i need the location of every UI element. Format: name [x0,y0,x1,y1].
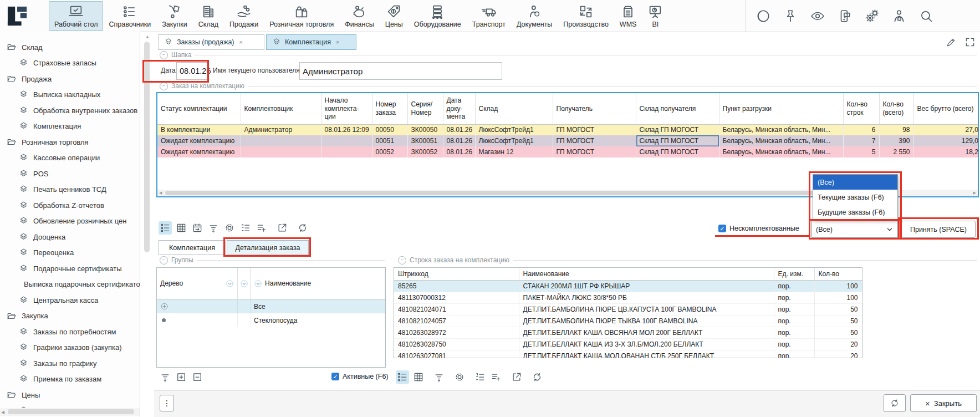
tab-close-icon[interactable]: × [336,39,339,45]
cell[interactable]: 390 [879,135,913,146]
sidebar-item[interactable]: Выписка накладных [0,87,140,103]
sidebar-item[interactable]: Переоценка [0,245,140,261]
column-header[interactable]: Склад получателя [636,93,719,124]
cell[interactable]: 100 [814,281,862,292]
column-header[interactable]: Кол-во (всего) [879,93,913,124]
settings-icon[interactable] [865,9,879,23]
cell[interactable]: 00052 [372,146,407,157]
orders-filter-select[interactable]: (Все) [811,221,898,238]
expand-plus-icon[interactable] [160,302,169,311]
cell[interactable]: 100 [814,292,862,304]
cell[interactable]: ПАКЕТ-МАЙКА ЛЮКС 30/8*50 РБ [519,292,774,304]
calendar-icon[interactable] [191,221,204,235]
filter-chevron-icon[interactable] [226,279,234,288]
cell[interactable]: 08.01.26 [443,124,475,135]
menu-item-documents[interactable]: Документы [511,1,558,31]
cell[interactable]: ГП МОГОСТ [553,124,636,135]
menu-item-prices[interactable]: Цены [380,1,409,31]
scroll-left-arrow[interactable]: ◀ [159,191,162,195]
content-vertical-scrollbar[interactable]: ▲ [143,34,151,389]
menu-item-finance[interactable]: Финансы [339,1,379,31]
cell[interactable]: ЛюксСофтТрейд1 [475,124,553,135]
cell[interactable]: 4810821024071 [394,304,519,316]
menu-item-production[interactable]: Производство [558,1,614,31]
cell[interactable]: ЗК00051 [407,135,443,146]
scrollbar-thumb[interactable] [165,191,880,195]
numbered-list-icon[interactable] [473,370,487,384]
more-menu-button[interactable]: ⋮ [160,395,174,411]
cell[interactable]: ГП МОГОСТ [553,135,636,146]
sidebar-item[interactable]: Приемка по заказам [0,372,140,388]
collapse-icon[interactable] [160,82,168,90]
cell[interactable]: 50 [814,316,862,327]
tab-picking[interactable]: Комплектация × [266,34,356,50]
dropdown-option[interactable]: Будущие заказы (F6) [813,205,897,220]
list-view-icon[interactable] [159,221,172,235]
sidebar-item[interactable]: Кассовые операции [0,150,140,166]
tab-close-icon[interactable]: × [239,39,243,45]
date-input[interactable]: 08.01.26 [176,62,207,80]
sidebar-folder[interactable]: Закупка [0,308,140,324]
dropdown-option[interactable]: (Все) [813,175,897,190]
sidebar-item[interactable]: Страховые запасы [0,55,140,72]
current-user-input[interactable]: Администратор [299,62,502,80]
sidebar-item[interactable]: Печать ценников ТСД [0,182,140,198]
cell[interactable]: ЛюксСофтТрейд1 [475,135,553,146]
sidebar-folder[interactable]: Цены [0,387,140,403]
eye-icon[interactable] [810,9,825,23]
scroll-left-arrow[interactable]: ◀ [1,410,4,415]
order-row[interactable]: В комплектацииАдминистратор08.01.26 12:0… [157,124,979,135]
pin-icon[interactable] [783,9,798,23]
settings-icon[interactable] [223,221,236,235]
sidebar-item[interactable]: Заказы по графику [0,355,140,372]
tab-orders-sales[interactable]: Заказы (продажа) × [158,34,264,50]
cell[interactable]: 50 [814,304,862,316]
collapse-icon[interactable] [160,51,168,59]
cell[interactable]: пор. [774,327,814,339]
cell[interactable]: Магазин 12 [475,146,553,157]
cell[interactable]: 4810821024057 [394,316,519,327]
menu-item-retail[interactable]: Розничная торговля [264,1,339,31]
order-row[interactable]: Ожидает комплектацию00052ЗК0005208.01.26… [157,146,979,157]
cell[interactable]: 4811307000312 [394,292,519,304]
cell[interactable]: Склад ГП МОГОСТ [636,124,719,135]
cell[interactable]: 6 [843,124,879,135]
sidebar-item[interactable]: Обновление розничных цен [0,213,140,230]
menu-item-transport[interactable]: Транспорт [467,1,511,31]
active-checkbox[interactable] [331,373,339,380]
column-header[interactable] [238,268,251,299]
cell[interactable]: Ожидает комплектацию [157,135,241,146]
scrollbar-thumb[interactable] [144,42,150,252]
cell[interactable]: 98 [879,124,913,135]
column-header[interactable]: Номер заказа [372,93,407,124]
menu-item-sales[interactable]: Продажи [224,1,264,31]
line-row[interactable]: 4810821024071ДЕТ.ПИТ.БАМБОЛИНА ПЮРЕ ЦВ.К… [394,304,862,316]
cell[interactable] [321,135,372,146]
column-header[interactable]: Серия/Номер [407,93,443,124]
line-row[interactable]: 4810263027081ДЕТ.ПИТ.БЕЛЛАКТ КАША МОЛ.ОВ… [394,350,862,359]
column-header[interactable]: Кол-во строк [843,93,879,124]
sidebar-folder[interactable]: Продажа [0,71,140,87]
line-row[interactable]: 4810821024057ДЕТ.ПИТ.БАМБОЛИНА ПЮРЕ ТЫКВ… [394,316,862,327]
sidebar-folder[interactable]: Розничная торговля [0,134,140,150]
menu-item-bi[interactable]: BI [642,1,668,31]
filter-chevron-icon[interactable] [254,279,262,288]
filter-icon[interactable] [432,370,446,384]
export-icon[interactable] [510,370,523,384]
cell[interactable]: 85265 [394,281,519,292]
cell[interactable]: Администратор [241,124,321,135]
sidebar-item[interactable]: Комплектация [0,119,140,135]
cell[interactable]: ДЕТ.ПИТ.БАМБОЛИНА ПЮРЕ ТЫКВА 100Г BAMBOL… [519,316,774,327]
sidebar-item[interactable]: POS [0,166,140,182]
column-header[interactable]: Наименование [519,268,774,281]
cell[interactable]: ГП МОГОСТ [553,146,636,157]
fullscreen-icon[interactable] [964,37,976,48]
numbered-list-icon[interactable] [239,221,252,235]
sidebar-item[interactable]: Обработка внутренних заказов [0,103,140,119]
cell[interactable] [241,135,321,146]
cell[interactable]: 20 [814,350,862,359]
search-icon[interactable] [919,9,933,23]
column-header[interactable]: Получатель [553,93,636,124]
dropdown-option[interactable]: Текущие заказы (F6) [813,190,897,205]
line-row[interactable]: 4811307000312ПАКЕТ-МАЙКА ЛЮКС 30/8*50 РБ… [394,292,862,304]
